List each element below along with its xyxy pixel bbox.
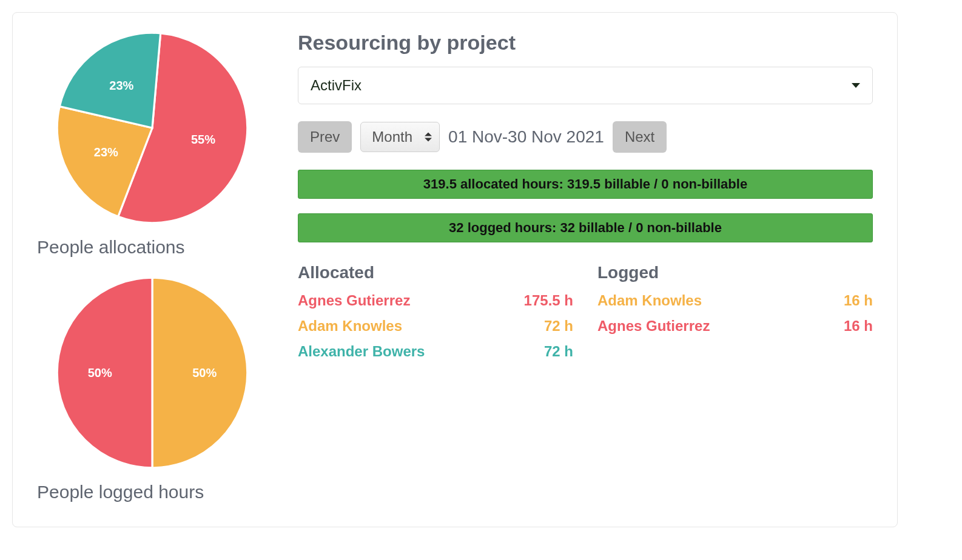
project-select-value: ActivFix — [311, 77, 362, 94]
stepper-icon — [425, 133, 432, 142]
person-hours: 72 h — [544, 343, 573, 360]
hours-columns: Allocated Agnes Gutierrez175.5 hAdam Kno… — [298, 263, 873, 368]
person-hours: 175.5 h — [524, 292, 573, 309]
person-row: Adam Knowles16 h — [597, 292, 873, 309]
period-nav: Prev Month 01 Nov-30 Nov 2021 Next — [298, 121, 873, 153]
allocated-heading: Allocated — [298, 263, 573, 282]
allocated-hours-bar: 319.5 allocated hours: 319.5 billable / … — [298, 170, 873, 199]
logged-caption: People logged hours — [37, 482, 204, 502]
person-hours: 72 h — [544, 318, 573, 335]
person-name[interactable]: Alexander Bowers — [298, 343, 425, 360]
details-column: Resourcing by project ActivFix Prev Mont… — [298, 31, 873, 502]
person-hours: 16 h — [844, 318, 873, 335]
person-name[interactable]: Adam Knowles — [597, 292, 702, 309]
logged-column: Logged Adam Knowles16 hAgnes Gutierrez16… — [597, 263, 873, 368]
person-name[interactable]: Adam Knowles — [298, 318, 402, 335]
caret-down-icon — [852, 83, 860, 88]
pie-slice-label: 55% — [191, 133, 215, 147]
person-row: Alexander Bowers72 h — [298, 343, 573, 360]
allocations-caption: People allocations — [37, 237, 185, 258]
resourcing-card: 55%23%23% People allocations 50%50% Peop… — [12, 12, 898, 527]
pie-slice-label: 23% — [109, 79, 133, 93]
person-row: Agnes Gutierrez175.5 h — [298, 292, 573, 309]
allocations-pie-svg — [55, 31, 249, 225]
person-row: Agnes Gutierrez16 h — [597, 318, 873, 335]
prev-button[interactable]: Prev — [298, 121, 352, 153]
logged-pie-chart: 50%50% — [55, 276, 249, 470]
allocations-pie-block: 55%23%23% People allocations — [37, 31, 267, 258]
pie-slice-label: 50% — [88, 366, 112, 380]
period-select[interactable]: Month — [360, 122, 440, 152]
pie-slice-label: 23% — [94, 145, 118, 159]
person-name[interactable]: Agnes Gutierrez — [298, 292, 410, 309]
logged-heading: Logged — [597, 263, 873, 282]
person-hours: 16 h — [844, 292, 873, 309]
project-select[interactable]: ActivFix — [298, 67, 873, 104]
logged-hours-bar: 32 logged hours: 32 billable / 0 non-bil… — [298, 213, 873, 242]
person-row: Adam Knowles72 h — [298, 318, 573, 335]
charts-column: 55%23%23% People allocations 50%50% Peop… — [37, 31, 267, 502]
pie-slice-label: 50% — [192, 366, 217, 380]
logged-pie-block: 50%50% People logged hours — [37, 276, 267, 502]
logged-pie-svg — [55, 276, 249, 470]
section-title: Resourcing by project — [298, 31, 873, 55]
person-name[interactable]: Agnes Gutierrez — [597, 318, 710, 335]
next-button[interactable]: Next — [613, 121, 667, 153]
allocated-column: Allocated Agnes Gutierrez175.5 hAdam Kno… — [298, 263, 573, 368]
allocations-pie-chart: 55%23%23% — [55, 31, 249, 225]
date-range: 01 Nov-30 Nov 2021 — [448, 127, 604, 147]
period-select-value: Month — [372, 128, 412, 145]
